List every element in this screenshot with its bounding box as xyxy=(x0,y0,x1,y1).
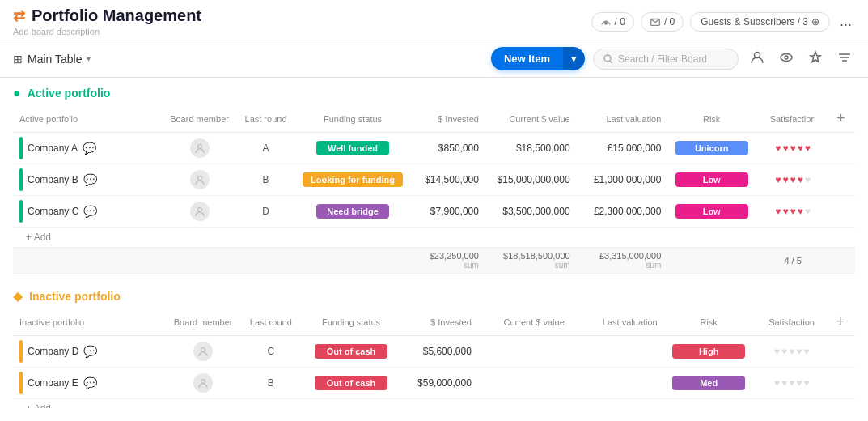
row-invested-cell: $59,000,000 xyxy=(402,368,478,399)
active-group-header: ● Active portfolio xyxy=(0,78,868,105)
row-valuation-cell: £1,000,000,000 xyxy=(577,164,668,196)
filter-icon-button[interactable] xyxy=(834,49,855,70)
search-placeholder: Search / Filter Board xyxy=(618,53,707,65)
row-round-cell: B xyxy=(237,164,295,196)
inactive-add-column-button[interactable]: + xyxy=(836,313,845,330)
risk-badge: High xyxy=(672,344,745,359)
sum-risk-cell xyxy=(667,248,756,274)
inactive-add-row-btn[interactable]: + Add xyxy=(19,400,57,408)
new-item-main[interactable]: New Item xyxy=(491,47,563,70)
table-name: Main Table xyxy=(28,53,82,66)
inactive-col-header-funding: Funding status xyxy=(300,308,401,336)
round-badge: C xyxy=(248,346,294,357)
inactive-table-header-row: Inactive portfolio Board member Last rou… xyxy=(13,308,855,336)
new-item-arrow[interactable]: ▾ xyxy=(563,47,585,70)
heart-empty: ♥ xyxy=(781,346,787,357)
heart-filled: ♥ xyxy=(798,142,803,154)
app-title: ⇄ Portfolio Management xyxy=(13,6,201,25)
top-actions: / 0 / 0 Guests & Subscribers / 3 ⊕ ... xyxy=(591,12,855,32)
activity-button[interactable]: / 0 xyxy=(591,12,634,32)
row-invested-cell: $14,500,000 xyxy=(411,164,485,196)
row-member-cell xyxy=(162,196,236,228)
row-funding-cell: Out of cash xyxy=(300,336,401,368)
sum-member-cell xyxy=(162,248,236,274)
table-icon: ⊞ xyxy=(13,53,23,66)
heart-empty: ♥ xyxy=(774,346,780,357)
avatar xyxy=(190,170,210,189)
add-row-btn[interactable]: + Add xyxy=(19,228,57,246)
heart-empty: ♥ xyxy=(796,377,802,389)
more-button[interactable]: ... xyxy=(836,13,855,30)
col-header-invested: $ Invested xyxy=(411,105,485,133)
row-satisfaction-cell: ♥♥♥♥♥ xyxy=(754,368,830,399)
row-extra-cell xyxy=(830,164,855,196)
person-icon-button[interactable] xyxy=(747,49,768,70)
sum-current-cell: $18,518,500,000sum xyxy=(485,248,577,274)
chat-icon[interactable]: 💬 xyxy=(83,142,96,155)
inactive-col-header-invested: $ Invested xyxy=(402,308,478,336)
inactive-group-title: Inactive portfolio xyxy=(29,290,121,303)
row-bar xyxy=(19,137,23,159)
row-member-cell xyxy=(162,164,236,196)
heart-empty: ♥ xyxy=(789,377,794,389)
row-name: Company E xyxy=(28,377,78,389)
heart-empty: ♥ xyxy=(789,346,794,357)
sum-extra-cell xyxy=(830,248,855,274)
svg-point-10 xyxy=(197,145,201,149)
round-badge: A xyxy=(243,142,289,154)
heart-filled: ♥ xyxy=(790,174,796,185)
funding-status-badge: Need bridge xyxy=(316,204,389,219)
row-valuation-cell xyxy=(571,368,664,399)
row-valuation-cell: £2,300,000,000 xyxy=(577,196,668,228)
inactive-group-header: ◆ Inactive portfolio xyxy=(0,280,868,308)
active-group-title: Active portfolio xyxy=(28,87,111,100)
svg-point-5 xyxy=(781,53,792,61)
row-current-cell: $3,500,000,000 xyxy=(485,196,577,228)
inactive-portfolio-group: ◆ Inactive portfolio Inactive portfolio … xyxy=(0,280,868,408)
heart-empty: ♥ xyxy=(774,377,780,389)
add-column-button[interactable]: + xyxy=(836,110,845,127)
table-selector[interactable]: ⊞ Main Table ▾ xyxy=(13,53,91,66)
row-valuation-cell: £15,000,000 xyxy=(577,133,668,164)
avatar xyxy=(193,373,213,393)
row-name: Company C xyxy=(28,206,78,217)
row-satisfaction-cell: ♥♥♥♥♥ xyxy=(756,164,830,196)
sum-funding-cell xyxy=(294,248,410,274)
heart-empty: ♥ xyxy=(781,377,787,389)
new-item-button[interactable]: New Item ▾ xyxy=(491,47,585,70)
hearts: ♥♥♥♥♥ xyxy=(762,206,824,217)
row-satisfaction-cell: ♥♥♥♥♥ xyxy=(756,133,830,164)
eye-icon-button[interactable] xyxy=(776,49,797,70)
funding-status-badge: Out of cash xyxy=(315,376,387,390)
risk-badge: Low xyxy=(675,172,748,187)
guests-label: Guests & Subscribers / 3 xyxy=(701,16,808,28)
row-name: Company D xyxy=(28,346,78,357)
board-description[interactable]: Add board description xyxy=(13,27,201,36)
heart-filled: ♥ xyxy=(798,206,803,217)
svg-point-12 xyxy=(197,208,201,212)
heart-filled: ♥ xyxy=(782,142,788,154)
guests-button[interactable]: Guests & Subscribers / 3 ⊕ xyxy=(690,12,830,32)
invite-icon: ⊕ xyxy=(811,16,819,28)
avatar xyxy=(190,138,210,158)
heart-filled: ♥ xyxy=(775,174,781,185)
pin-icon-button[interactable] xyxy=(805,49,826,70)
inactive-col-header-risk: Risk xyxy=(664,308,754,336)
hearts: ♥♥♥♥♥ xyxy=(762,142,824,154)
row-name-cell: Company A 💬 xyxy=(13,133,162,164)
add-row: + Add xyxy=(13,228,855,248)
chat-icon[interactable]: 💬 xyxy=(83,345,97,358)
active-group-icon: ● xyxy=(13,86,21,100)
row-risk-cell: Low xyxy=(667,164,756,196)
inactive-col-header-name: Inactive portfolio xyxy=(13,308,165,336)
app-icon: ⇄ xyxy=(13,7,25,25)
chat-icon[interactable]: 💬 xyxy=(83,173,97,186)
chat-icon[interactable]: 💬 xyxy=(83,376,97,389)
inbox-button[interactable]: / 0 xyxy=(641,12,684,32)
row-current-cell: $18,500,000 xyxy=(485,133,577,164)
activity-count: / 0 xyxy=(615,16,625,28)
chat-icon[interactable]: 💬 xyxy=(83,205,97,218)
row-name: Company B xyxy=(28,174,78,185)
svg-point-6 xyxy=(785,56,788,59)
search-box[interactable]: Search / Filter Board xyxy=(593,49,739,70)
